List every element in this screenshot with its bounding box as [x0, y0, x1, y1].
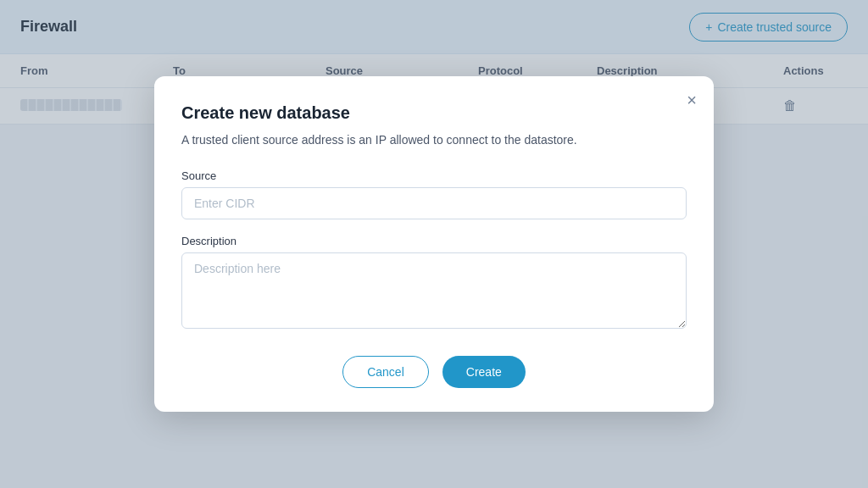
create-database-modal: × Create new database A trusted client s… [154, 76, 714, 412]
source-label: Source [181, 169, 687, 182]
modal-subtitle: A trusted client source address is an IP… [181, 131, 687, 149]
create-button[interactable]: Create [442, 356, 526, 388]
source-input[interactable] [181, 187, 687, 219]
modal-actions: Cancel Create [181, 356, 687, 388]
description-textarea[interactable] [181, 252, 687, 329]
modal-close-button[interactable]: × [687, 92, 697, 108]
modal-overlay: × Create new database A trusted client s… [0, 0, 868, 488]
description-label: Description [181, 235, 687, 247]
modal-title: Create new database [181, 103, 687, 123]
cancel-button[interactable]: Cancel [342, 356, 429, 388]
